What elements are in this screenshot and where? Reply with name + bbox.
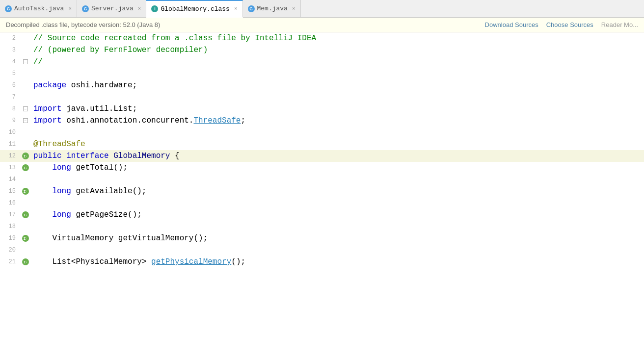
line-number-5: 5: [0, 68, 20, 79]
line-gutter-6: [20, 79, 31, 91]
line-number-3: 3: [0, 44, 20, 56]
code-token: {: [170, 152, 179, 160]
fold-icon-8[interactable]: −: [23, 106, 28, 111]
tab-close-server[interactable]: ×: [138, 6, 141, 12]
code-line-19: 19I↓ VirtualMemory getVirtualMemory();: [0, 232, 644, 244]
tab-globalmemory[interactable]: IGlobalMemory.class×: [146, 0, 242, 18]
code-token: long: [52, 187, 71, 196]
tab-close-autotask[interactable]: ×: [68, 6, 72, 12]
code-line-16: 16: [0, 197, 644, 209]
code-token: oshi.annotation.concurrent.: [62, 116, 194, 125]
code-text: // Source code recreated from a .class f…: [33, 34, 316, 43]
tab-icon-mem: C: [248, 5, 255, 12]
line-gutter-8: −: [20, 103, 31, 115]
line-code-16: [31, 197, 644, 209]
code-line-3: 3// (powered by FernFlower decompiler): [0, 44, 644, 56]
line-code-4: //: [31, 56, 644, 68]
code-token: long: [52, 163, 71, 172]
line-number-13: 13: [0, 162, 20, 174]
code-line-17: 17I↓ long getPageSize();: [0, 209, 644, 221]
code-content: 2// Source code recreated from a .class …: [0, 32, 644, 357]
line-number-10: 10: [0, 127, 20, 138]
code-line-12: 12I↓public interface GlobalMemory {: [0, 150, 644, 162]
line-number-20: 20: [0, 244, 20, 256]
line-code-13: long getTotal();: [31, 162, 644, 174]
tab-label-server: Server.java: [91, 5, 134, 12]
line-code-5: [31, 68, 644, 79]
line-number-9: 9: [0, 115, 20, 127]
line-number-11: 11: [0, 138, 20, 150]
line-number-14: 14: [0, 174, 20, 185]
method-icon-19: I↓: [22, 235, 29, 242]
fold-icon-4[interactable]: −: [23, 59, 28, 64]
line-code-11: @ThreadSafe: [31, 138, 644, 150]
line-gutter-7: [20, 91, 31, 103]
choose-sources-link[interactable]: Choose Sources: [546, 21, 593, 28]
code-text: // (powered by FernFlower decompiler): [33, 46, 208, 54]
code-token: import: [33, 116, 62, 125]
fold-icon-9[interactable]: −: [23, 118, 28, 123]
code-token: ;: [241, 116, 245, 125]
method-icon-21: I↓: [22, 258, 29, 265]
code-token: [33, 163, 52, 172]
code-token[interactable]: ThreadSafe: [193, 116, 241, 125]
code-token[interactable]: getPhysicalMemory: [151, 257, 231, 266]
line-gutter-20: [20, 244, 31, 256]
code-line-14: 14: [0, 174, 644, 185]
line-gutter-12: I↓: [20, 150, 31, 162]
line-code-9: import oshi.annotation.concurrent.Thread…: [31, 115, 644, 127]
line-code-2: // Source code recreated from a .class f…: [31, 32, 644, 44]
tab-server[interactable]: CServer.java×: [77, 0, 146, 17]
code-line-20: 20: [0, 244, 644, 256]
tab-autotask[interactable]: CAutoTask.java×: [0, 0, 77, 17]
method-icon-12: I↓: [22, 153, 29, 159]
code-line-5: 5: [0, 68, 644, 79]
line-gutter-21: I↓: [20, 256, 31, 268]
tab-close-mem[interactable]: ×: [292, 6, 295, 12]
tab-close-globalmemory[interactable]: ×: [234, 6, 238, 12]
code-line-6: 6package oshi.hardware;: [0, 79, 644, 91]
line-number-16: 16: [0, 197, 20, 209]
decompiled-info-label: Decompiled .class file, bytecode version…: [6, 21, 160, 28]
line-number-6: 6: [0, 79, 20, 91]
download-sources-link[interactable]: Download Sources: [485, 21, 538, 28]
line-number-17: 17: [0, 209, 20, 221]
line-gutter-10: [20, 127, 31, 138]
tab-icon-autotask: C: [5, 5, 12, 12]
code-token: ();: [231, 257, 245, 266]
code-line-2: 2// Source code recreated from a .class …: [0, 32, 644, 44]
reader-mode-label: Reader Mo...: [601, 21, 638, 28]
line-code-15: long getAvailable();: [31, 185, 644, 197]
info-bar-actions: Download Sources Choose Sources Reader M…: [485, 21, 638, 28]
line-number-8: 8: [0, 103, 20, 115]
method-icon-17: I↓: [22, 211, 29, 218]
code-token: getAvailable();: [71, 187, 147, 196]
code-line-8: 8−import java.util.List;: [0, 103, 644, 115]
line-gutter-15: I↓: [20, 185, 31, 197]
method-icon-13: I↓: [22, 164, 29, 171]
tab-label-autotask: AutoTask.java: [14, 5, 64, 12]
line-number-7: 7: [0, 91, 20, 103]
line-gutter-14: [20, 174, 31, 185]
code-token: @ThreadSafe: [33, 140, 85, 149]
line-gutter-5: [20, 68, 31, 79]
code-token: VirtualMemory getVirtualMemory();: [33, 234, 208, 243]
code-line-18: 18: [0, 221, 644, 232]
line-code-6: package oshi.hardware;: [31, 79, 644, 91]
code-token: [33, 187, 52, 196]
line-code-12: public interface GlobalMemory {: [31, 150, 644, 162]
info-bar: Decompiled .class file, bytecode version…: [0, 18, 644, 32]
code-token: getTotal();: [71, 163, 128, 172]
code-token: interface: [66, 152, 108, 160]
line-gutter-13: I↓: [20, 162, 31, 174]
line-number-15: 15: [0, 185, 20, 197]
tab-bar: CAutoTask.java×CServer.java×IGlobalMemor…: [0, 0, 644, 18]
code-token: [62, 152, 67, 160]
tab-mem[interactable]: CMem.java×: [243, 0, 301, 17]
line-code-10: [31, 127, 644, 138]
line-code-7: [31, 91, 644, 103]
code-token: GlobalMemory: [113, 152, 170, 160]
line-number-2: 2: [0, 32, 20, 44]
line-gutter-4: −: [20, 56, 31, 68]
line-gutter-18: [20, 221, 31, 232]
